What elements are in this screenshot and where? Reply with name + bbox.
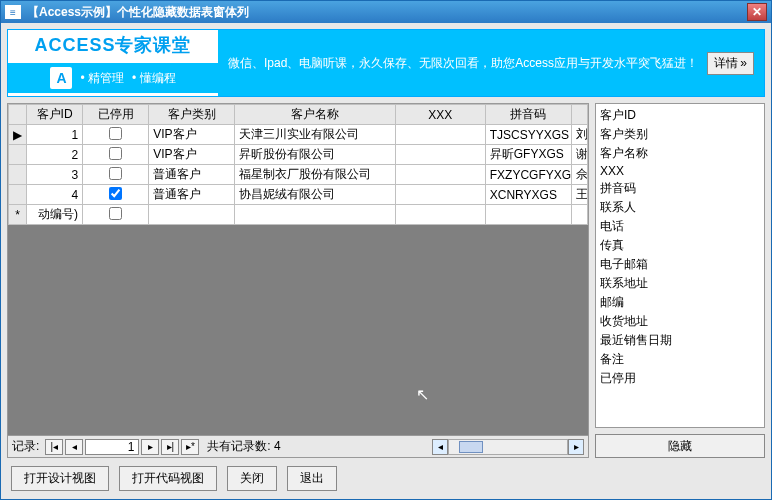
cell-xxx[interactable] <box>395 205 485 225</box>
close-button[interactable]: 关闭 <box>227 466 277 491</box>
row-selector[interactable] <box>9 185 27 205</box>
cell-tail[interactable]: 刘 <box>571 125 587 145</box>
nav-next-button[interactable]: ▸ <box>141 439 159 455</box>
list-item[interactable]: 客户名称 <box>600 144 760 163</box>
list-item[interactable]: 联系人 <box>600 198 760 217</box>
list-item[interactable]: 拼音码 <box>600 179 760 198</box>
list-item[interactable]: 电话 <box>600 217 760 236</box>
nav-new-button[interactable]: ▸* <box>181 439 199 455</box>
close-icon[interactable]: ✕ <box>747 3 767 21</box>
list-item[interactable]: XXX <box>600 163 760 179</box>
cell-stopped[interactable] <box>83 125 149 145</box>
stopped-checkbox[interactable] <box>109 207 122 220</box>
list-item[interactable]: 已停用 <box>600 369 760 388</box>
chevron-right-icon: » <box>740 56 747 70</box>
cell-category[interactable]: 普通客户 <box>149 185 235 205</box>
data-grid[interactable]: 客户ID 已停用 客户类别 客户名称 XXX 拼音码 ▶ 1 VIP客户 天津三… <box>8 104 588 225</box>
cell-id[interactable]: 3 <box>27 165 83 185</box>
table-row[interactable]: 3 普通客户 福星制衣厂股份有限公司 FXZYCGFYXG 佘 <box>9 165 588 185</box>
cell-name[interactable]: 天津三川实业有限公司 <box>235 125 395 145</box>
row-selector[interactable] <box>9 145 27 165</box>
list-item[interactable]: 备注 <box>600 350 760 369</box>
stopped-checkbox[interactable] <box>109 147 122 160</box>
table-row[interactable]: 2 VIP客户 昇昕股份有限公司 昇昕GFYXGS 谢 <box>9 145 588 165</box>
cell-category[interactable]: VIP客户 <box>149 145 235 165</box>
cell-tail[interactable]: 谢 <box>571 145 587 165</box>
cell-tail[interactable]: 王 <box>571 185 587 205</box>
cell-pinyin[interactable] <box>485 205 571 225</box>
access-icon: A <box>50 67 72 89</box>
table-row[interactable]: * 动编号) <box>9 205 588 225</box>
list-item[interactable]: 收货地址 <box>600 312 760 331</box>
detail-button[interactable]: 详情» <box>707 52 754 75</box>
col-header[interactable]: XXX <box>395 105 485 125</box>
col-header[interactable]: 客户名称 <box>235 105 395 125</box>
list-item[interactable]: 电子邮箱 <box>600 255 760 274</box>
stopped-checkbox[interactable] <box>109 127 122 140</box>
list-item[interactable]: 联系地址 <box>600 274 760 293</box>
exit-button[interactable]: 退出 <box>287 466 337 491</box>
cell-id[interactable]: 动编号) <box>27 205 83 225</box>
cell-tail[interactable]: 佘 <box>571 165 587 185</box>
banner-left: ACCESS专家课堂 A • 精管理 • 懂编程 <box>8 30 218 96</box>
cell-pinyin[interactable]: FXZYCGFYXG <box>485 165 571 185</box>
cell-name[interactable]: 昇昕股份有限公司 <box>235 145 395 165</box>
list-item[interactable]: 客户类别 <box>600 125 760 144</box>
record-nav: 记录: |◂ ◂ ▸ ▸| ▸* 共有记录数: 4 ◂ ▸ <box>8 435 588 457</box>
cell-xxx[interactable] <box>395 145 485 165</box>
record-number-input[interactable] <box>85 439 139 455</box>
cell-stopped[interactable] <box>83 145 149 165</box>
cell-name[interactable]: 协昌妮绒有限公司 <box>235 185 395 205</box>
cell-name[interactable] <box>235 205 395 225</box>
cell-stopped[interactable] <box>83 185 149 205</box>
cell-id[interactable]: 2 <box>27 145 83 165</box>
cell-pinyin[interactable]: 昇昕GFYXGS <box>485 145 571 165</box>
cell-tail[interactable] <box>571 205 587 225</box>
nav-prev-button[interactable]: ◂ <box>65 439 83 455</box>
stopped-checkbox[interactable] <box>109 167 122 180</box>
list-item[interactable]: 传真 <box>600 236 760 255</box>
hscrollbar[interactable]: ◂ ▸ <box>432 439 584 455</box>
cell-category[interactable]: 普通客户 <box>149 165 235 185</box>
row-selector[interactable]: ▶ <box>9 125 27 145</box>
open-design-view-button[interactable]: 打开设计视图 <box>11 466 109 491</box>
col-header[interactable]: 拼音码 <box>485 105 571 125</box>
nav-last-button[interactable]: ▸| <box>161 439 179 455</box>
col-header[interactable]: 客户类别 <box>149 105 235 125</box>
row-selector[interactable]: * <box>9 205 27 225</box>
list-item[interactable]: 客户ID <box>600 106 760 125</box>
cell-xxx[interactable] <box>395 125 485 145</box>
nav-first-button[interactable]: |◂ <box>45 439 63 455</box>
stopped-checkbox[interactable] <box>109 187 122 200</box>
cell-name[interactable]: 福星制衣厂股份有限公司 <box>235 165 395 185</box>
cell-pinyin[interactable]: TJSCSYYXGS <box>485 125 571 145</box>
cell-id[interactable]: 1 <box>27 125 83 145</box>
table-row[interactable]: 4 普通客户 协昌妮绒有限公司 XCNRYXGS 王 <box>9 185 588 205</box>
scroll-left-button[interactable]: ◂ <box>432 439 448 455</box>
scroll-thumb[interactable] <box>459 441 483 453</box>
open-code-view-button[interactable]: 打开代码视图 <box>119 466 217 491</box>
banner-sub1: 精管理 <box>88 71 124 85</box>
col-header[interactable]: 客户ID <box>27 105 83 125</box>
cell-category[interactable]: VIP客户 <box>149 125 235 145</box>
row-selector-header[interactable] <box>9 105 27 125</box>
cell-stopped[interactable] <box>83 205 149 225</box>
list-item[interactable]: 邮编 <box>600 293 760 312</box>
record-count-label: 共有记录数: 4 <box>207 438 280 455</box>
record-label: 记录: <box>12 438 39 455</box>
list-item[interactable]: 最近销售日期 <box>600 331 760 350</box>
cell-category[interactable] <box>149 205 235 225</box>
cell-xxx[interactable] <box>395 165 485 185</box>
col-header[interactable]: 已停用 <box>83 105 149 125</box>
cell-id[interactable]: 4 <box>27 185 83 205</box>
cell-pinyin[interactable]: XCNRYXGS <box>485 185 571 205</box>
field-listbox[interactable]: 客户ID客户类别客户名称XXX拼音码联系人电话传真电子邮箱联系地址邮编收货地址最… <box>595 103 765 428</box>
hide-button[interactable]: 隐藏 <box>595 434 765 458</box>
cell-stopped[interactable] <box>83 165 149 185</box>
row-selector[interactable] <box>9 165 27 185</box>
table-row[interactable]: ▶ 1 VIP客户 天津三川实业有限公司 TJSCSYYXGS 刘 <box>9 125 588 145</box>
banner-promo: 微信、Ipad、电脑听课，永久保存、无限次回看，助您Access应用与开发水平突… <box>228 55 707 72</box>
scroll-right-button[interactable]: ▸ <box>568 439 584 455</box>
cursor-icon: ↖ <box>416 385 429 404</box>
cell-xxx[interactable] <box>395 185 485 205</box>
